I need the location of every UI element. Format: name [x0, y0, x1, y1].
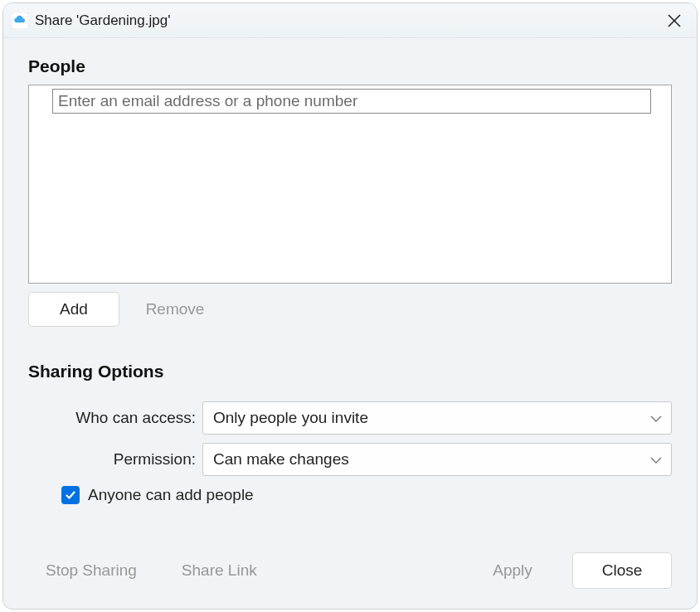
people-heading: People: [28, 56, 672, 76]
dialog-footer: Stop Sharing Share Link Apply Close: [3, 552, 697, 609]
access-row: Who can access: Only people you invite: [28, 401, 672, 435]
stop-sharing-button[interactable]: Stop Sharing: [28, 552, 154, 589]
permission-select[interactable]: Can make changes: [202, 443, 672, 476]
apply-button[interactable]: Apply: [463, 552, 562, 589]
share-dialog-window: Share 'Gardening.jpg' People Add Remove …: [2, 2, 698, 610]
dialog-title: Share 'Gardening.jpg': [35, 12, 170, 29]
add-button[interactable]: Add: [28, 292, 119, 327]
close-icon: [667, 13, 682, 28]
people-email-input[interactable]: [52, 89, 651, 114]
dialog-content: People Add Remove Sharing Options Who ca…: [3, 38, 697, 552]
permission-row: Permission: Can make changes: [28, 443, 672, 476]
permission-select-value: Can make changes: [213, 450, 349, 469]
anyone-can-add-checkbox[interactable]: [61, 486, 80, 504]
scrollbar-gutter: [656, 85, 671, 283]
sharing-options: Who can access: Only people you invite P…: [28, 401, 672, 504]
anyone-can-add-row: Anyone can add people: [28, 486, 672, 504]
access-select-value: Only people you invite: [213, 409, 368, 427]
sharing-options-heading: Sharing Options: [28, 362, 672, 381]
close-button[interactable]: [664, 10, 685, 32]
share-link-button[interactable]: Share Link: [164, 552, 275, 589]
checkmark-icon: [65, 489, 76, 501]
titlebar: Share 'Gardening.jpg': [3, 3, 697, 38]
access-label: Who can access:: [28, 409, 202, 427]
anyone-can-add-label: Anyone can add people: [88, 486, 254, 504]
remove-button[interactable]: Remove: [128, 292, 222, 327]
close-dialog-button[interactable]: Close: [572, 552, 672, 589]
cloud-app-icon: [12, 12, 28, 29]
access-select[interactable]: Only people you invite: [202, 401, 672, 435]
people-actions: Add Remove: [28, 292, 672, 327]
permission-label: Permission:: [28, 450, 202, 469]
people-list: [28, 85, 672, 284]
